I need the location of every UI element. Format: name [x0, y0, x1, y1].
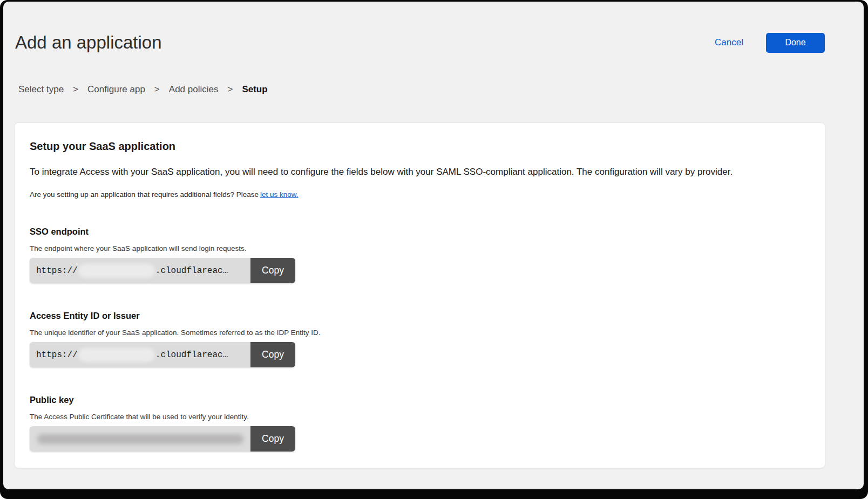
- redacted-text-blur: [78, 264, 155, 278]
- public-key-field-row: Copy: [30, 426, 295, 452]
- access-entity-id-description: The unique identifier of your SaaS appli…: [30, 329, 810, 337]
- screenshot-frame: Add an application Cancel Done Select ty…: [0, 0, 868, 499]
- page-header: Add an application Cancel Done: [3, 2, 864, 53]
- page: Add an application Cancel Done Select ty…: [3, 2, 864, 489]
- sso-endpoint-field-row: https:// .cloudflareac… Copy: [30, 258, 295, 283]
- card-note: Are you setting up an application that r…: [30, 190, 810, 199]
- breadcrumb-separator: >: [154, 84, 160, 95]
- public-key-section: Public key The Access Public Certificate…: [30, 395, 810, 452]
- url-suffix: .cloudflareac…: [155, 266, 228, 276]
- redacted-text-blur: [78, 348, 155, 362]
- access-entity-id-field-row: https:// .cloudflareac… Copy: [30, 342, 295, 367]
- card-title: Setup your SaaS application: [30, 140, 810, 153]
- sso-endpoint-section: SSO endpoint The endpoint where your Saa…: [30, 227, 810, 283]
- breadcrumb-separator: >: [227, 84, 233, 95]
- header-actions: Cancel Done: [715, 33, 825, 53]
- public-key-copy-button[interactable]: Copy: [250, 426, 295, 452]
- breadcrumb-add-policies[interactable]: Add policies: [169, 84, 219, 95]
- card-intro: To integrate Access with your SaaS appli…: [30, 166, 810, 179]
- public-key-label: Public key: [30, 395, 810, 405]
- done-button[interactable]: Done: [766, 33, 825, 53]
- breadcrumb: Select type > Configure app > Add polici…: [18, 84, 864, 95]
- access-entity-id-copy-button[interactable]: Copy: [250, 342, 295, 367]
- url-suffix: .cloudflareac…: [155, 350, 228, 360]
- setup-card: Setup your SaaS application To integrate…: [14, 122, 825, 468]
- breadcrumb-separator: >: [73, 84, 78, 95]
- redacted-text-blur: [37, 434, 243, 444]
- breadcrumb-select-type[interactable]: Select type: [18, 84, 64, 95]
- breadcrumb-configure-app[interactable]: Configure app: [87, 84, 145, 95]
- url-prefix: https://: [36, 266, 78, 276]
- sso-endpoint-label: SSO endpoint: [30, 227, 810, 237]
- sso-endpoint-value: https:// .cloudflareac…: [30, 258, 250, 283]
- sso-endpoint-copy-button[interactable]: Copy: [250, 258, 295, 283]
- sso-endpoint-description: The endpoint where your SaaS application…: [30, 244, 810, 252]
- access-entity-id-value: https:// .cloudflareac…: [30, 342, 250, 367]
- let-us-know-link[interactable]: let us know.: [260, 190, 299, 199]
- breadcrumb-setup: Setup: [242, 84, 267, 95]
- public-key-description: The Access Public Certificate that will …: [30, 413, 810, 421]
- page-title: Add an application: [15, 32, 162, 53]
- url-prefix: https://: [36, 350, 78, 360]
- cancel-button[interactable]: Cancel: [715, 37, 743, 48]
- note-text: Are you setting up an application that r…: [30, 190, 259, 199]
- access-entity-id-label: Access Entity ID or Issuer: [30, 311, 810, 321]
- public-key-value: [30, 426, 250, 452]
- access-entity-id-section: Access Entity ID or Issuer The unique id…: [30, 311, 810, 367]
